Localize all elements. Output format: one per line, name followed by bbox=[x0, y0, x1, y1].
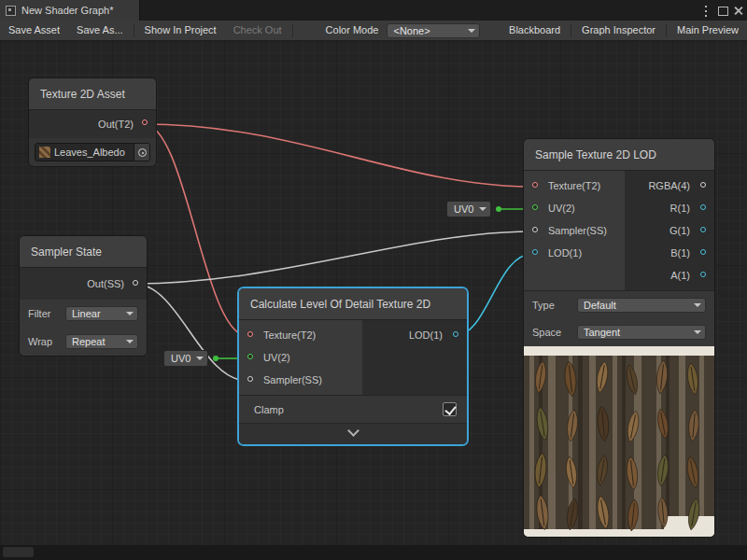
color-mode-value: <None> bbox=[393, 25, 430, 36]
toolbar-divider bbox=[292, 24, 293, 37]
clamp-checkbox[interactable] bbox=[443, 402, 457, 416]
type-row: Type Default bbox=[524, 290, 714, 318]
wrap-row: Wrap Repeat bbox=[20, 328, 147, 356]
close-icon[interactable] bbox=[731, 3, 746, 18]
save-asset-button[interactable]: Save Asset bbox=[0, 21, 68, 40]
filter-label: Filter bbox=[28, 308, 58, 319]
object-picker-icon[interactable] bbox=[134, 144, 149, 161]
port-row: LOD(1) bbox=[409, 324, 467, 346]
save-as-button[interactable]: Save As... bbox=[68, 21, 132, 40]
uv-channel-dropdown-sample[interactable]: UV0 bbox=[446, 201, 491, 217]
port-label: Out(T2) bbox=[98, 119, 134, 130]
window-title: New Shader Graph* bbox=[21, 5, 113, 16]
port-row: Out(SS) bbox=[20, 268, 147, 300]
node-sampler-state[interactable]: Sampler State Out(SS) Filter Linear Wrap… bbox=[19, 235, 148, 357]
color-mode-dropdown[interactable]: <None> bbox=[387, 23, 480, 38]
output-port-texture-icon[interactable] bbox=[142, 119, 148, 125]
port-label: RGBA(4) bbox=[648, 180, 690, 191]
node-title: Sample Texture 2D LOD bbox=[524, 139, 714, 171]
port-label: Sampler(SS) bbox=[548, 225, 607, 236]
node-calculate-lod-texture-2d[interactable]: Calculate Level Of Detail Texture 2D Tex… bbox=[238, 287, 468, 445]
port-row: UV(2) bbox=[239, 346, 290, 369]
port-label: B(1) bbox=[670, 247, 690, 259]
wrap-label: Wrap bbox=[28, 336, 58, 347]
blackboard-toggle-button[interactable]: Blackboard bbox=[500, 21, 569, 40]
main-preview-toggle-button[interactable]: Main Preview bbox=[669, 21, 747, 40]
port-row: Sampler(SS) bbox=[239, 369, 322, 391]
chevron-down-icon bbox=[468, 29, 475, 33]
wrap-dropdown[interactable]: Repeat bbox=[65, 334, 138, 349]
port-label: LOD(1) bbox=[548, 247, 582, 259]
toolbar-divider bbox=[134, 24, 134, 37]
port-label: Out(SS) bbox=[87, 278, 124, 289]
ports-section: Texture(T2) UV(2) Sampler(SS) LOD(1) RGB… bbox=[524, 171, 714, 290]
collapse-row[interactable] bbox=[239, 423, 467, 444]
output-port-r-icon[interactable] bbox=[700, 204, 706, 210]
uv-channel-value: UV0 bbox=[171, 353, 190, 364]
check-out-button: Check Out bbox=[225, 21, 290, 40]
port-row: Texture(T2) bbox=[524, 175, 600, 197]
input-port-sampler-icon[interactable] bbox=[532, 227, 538, 232]
port-row: G(1) bbox=[669, 219, 714, 242]
port-label: Texture(T2) bbox=[548, 180, 600, 191]
chevron-down-icon bbox=[694, 330, 701, 334]
input-port-uv-icon[interactable] bbox=[532, 204, 538, 210]
output-port-a-icon[interactable] bbox=[700, 272, 706, 277]
node-texture-2d-asset[interactable]: Texture 2D Asset Out(T2) Leaves_Albedo bbox=[28, 77, 157, 167]
maximize-icon[interactable] bbox=[715, 3, 730, 18]
space-label: Space bbox=[532, 327, 570, 338]
output-port-b-icon[interactable] bbox=[700, 249, 706, 255]
window-tab[interactable]: New Shader Graph* bbox=[0, 0, 140, 21]
input-port-sampler-icon[interactable] bbox=[247, 376, 253, 382]
space-dropdown[interactable]: Tangent bbox=[577, 325, 706, 340]
window-menu-icon[interactable] bbox=[698, 3, 713, 18]
object-field-row: Leaves_Albedo bbox=[29, 138, 156, 166]
port-label: LOD(1) bbox=[409, 329, 443, 341]
node-preview-image bbox=[524, 346, 714, 537]
port-row: R(1) bbox=[670, 197, 714, 219]
input-port-lod-icon[interactable] bbox=[532, 249, 538, 255]
port-label: UV(2) bbox=[548, 203, 575, 214]
node-sample-texture-2d-lod[interactable]: Sample Texture 2D LOD Texture(T2) UV(2) … bbox=[523, 138, 715, 538]
node-title: Sampler State bbox=[20, 236, 147, 268]
type-dropdown[interactable]: Default bbox=[577, 298, 706, 313]
bottom-strip-tab bbox=[3, 547, 34, 557]
show-in-project-button[interactable]: Show In Project bbox=[136, 21, 225, 40]
chevron-down-icon bbox=[126, 312, 134, 315]
clamp-label: Clamp bbox=[254, 404, 284, 415]
port-label: Texture(T2) bbox=[263, 329, 316, 341]
port-label: R(1) bbox=[670, 203, 690, 214]
toolbar-divider bbox=[571, 24, 571, 37]
bottom-strip bbox=[0, 545, 747, 560]
chevron-down-icon bbox=[347, 425, 359, 437]
output-port-rgba-icon[interactable] bbox=[700, 182, 706, 188]
shader-graph-window: New Shader Graph* Save Asset Save As... … bbox=[0, 0, 747, 560]
filter-dropdown[interactable]: Linear bbox=[65, 306, 138, 321]
title-bar: New Shader Graph* bbox=[0, 0, 747, 21]
port-row: RGBA(4) bbox=[648, 175, 714, 197]
ports-section: Texture(T2) UV(2) Sampler(SS) LOD(1) bbox=[239, 320, 467, 395]
port-row: LOD(1) bbox=[524, 242, 582, 264]
output-port-sampler-icon[interactable] bbox=[133, 280, 138, 286]
space-value: Tangent bbox=[584, 327, 620, 338]
texture-thumbnail-icon bbox=[39, 147, 50, 158]
chevron-down-icon bbox=[694, 303, 701, 307]
type-label: Type bbox=[532, 300, 570, 311]
wrap-value: Repeat bbox=[72, 336, 105, 347]
input-port-texture-icon[interactable] bbox=[532, 182, 538, 188]
graph-inspector-toggle-button[interactable]: Graph Inspector bbox=[573, 21, 664, 40]
texture-object-field[interactable]: Leaves_Albedo bbox=[35, 143, 150, 161]
port-label: UV(2) bbox=[263, 352, 290, 363]
texture-object-name: Leaves_Albedo bbox=[54, 147, 130, 158]
port-row: Out(T2) bbox=[29, 110, 156, 138]
toolbar: Save Asset Save As... Show In Project Ch… bbox=[0, 21, 747, 41]
input-port-texture-icon[interactable] bbox=[247, 331, 253, 337]
output-port-lod-icon[interactable] bbox=[453, 331, 458, 337]
toolbar-divider bbox=[666, 24, 667, 37]
input-port-uv-icon[interactable] bbox=[247, 354, 253, 359]
node-title: Calculate Level Of Detail Texture 2D bbox=[239, 288, 467, 320]
output-port-g-icon[interactable] bbox=[700, 227, 706, 232]
port-row: Sampler(SS) bbox=[524, 219, 607, 242]
port-label: G(1) bbox=[669, 225, 690, 236]
uv-channel-dropdown-calc[interactable]: UV0 bbox=[163, 350, 208, 367]
